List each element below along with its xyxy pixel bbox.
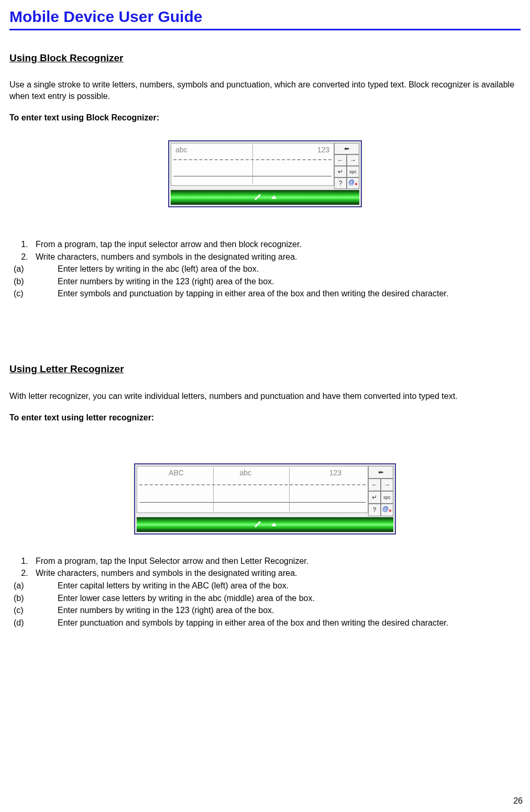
input-mode-bar[interactable] [171,190,359,205]
arrow-right-icon: → [350,156,356,164]
enter-icon: ↵ [372,493,377,502]
list-item: (a)Enter letters by writing in the abc (… [36,263,521,275]
letter-recognizer-substeps: (a)Enter capital letters by writing in t… [36,580,521,628]
list-item: (b)Enter numbers by writing in the 123 (… [36,276,521,287]
side-buttons: ⬅ ← → ↵ spc ? @+ [334,143,359,189]
list-item: (c)Enter symbols and punctuation by tapp… [36,288,521,299]
page-title: Mobile Device User Guide [9,6,521,28]
enter-button[interactable]: ↵ [334,166,347,177]
step-1-text: From a program, tap the input selector a… [36,240,302,249]
substep-d-text: Enter punctuation and symbols by tapping… [58,618,448,627]
right-button[interactable]: → [347,154,359,166]
baseline [139,502,366,503]
space-button[interactable]: spc [381,491,393,504]
step-2-text: Write characters, numbers and symbols in… [36,252,297,261]
block-recognizer-steps: From a program, tap the input selector a… [9,239,521,299]
question-icon: ? [339,179,343,187]
writing-area[interactable]: abc 123 [171,143,334,186]
arrow-up-icon [271,195,277,199]
backspace-button[interactable]: ⬅ [334,143,359,154]
arrow-up-icon [271,522,277,526]
backspace-icon: ⬅ [378,468,383,476]
marker-a: (a) [36,263,49,275]
letter-recognizer-panel: ABC abc 123 ⬅ ← → ↵ spc ? @+ [134,463,396,535]
backspace-icon: ⬅ [344,144,349,153]
substep-a-text: Enter capital letters by writing in the … [58,581,289,590]
letter-recognizer-steps: From a program, tap the Input Selector a… [9,555,521,629]
pen-icon [253,193,262,202]
symbols-button[interactable]: @+ [381,504,393,516]
help-button[interactable]: ? [368,504,381,516]
step-2-text: Write characters, numbers and symbols in… [36,569,297,577]
space-label: spc [383,494,391,500]
divider-1 [213,468,214,511]
title-divider [9,29,521,30]
list-item: From a program, tap the Input Selector a… [30,555,521,567]
123-label: 123 [329,468,341,478]
capital-abc-label: ABC [169,468,184,478]
list-item: (b)Enter lower case letters by writing i… [36,593,521,604]
123-label: 123 [317,145,329,155]
marker-b: (b) [36,593,49,604]
pen-icon [253,520,262,529]
question-icon: ? [373,506,377,514]
letter-recognizer-intro: With letter recognizer, you can write in… [9,391,521,402]
left-button[interactable]: ← [368,479,381,491]
help-button[interactable]: ? [334,177,347,189]
list-item: (d)Enter punctuation and symbols by tapp… [36,617,521,629]
list-item: Write characters, numbers and symbols in… [30,568,521,628]
marker-b: (b) [36,276,49,287]
spacer [9,440,521,463]
marker-a: (a) [36,580,49,592]
substep-b-text: Enter lower case letters by writing in t… [58,594,315,603]
letter-recognizer-panel-wrap: ABC abc 123 ⬅ ← → ↵ spc ? @+ [9,463,521,535]
block-recognizer-substeps: (a)Enter letters by writing in the abc (… [36,263,521,299]
enter-button[interactable]: ↵ [368,491,381,504]
block-recognizer-intro: Use a single stroke to write letters, nu… [9,79,521,102]
symbols-button[interactable]: @+ [347,177,359,189]
list-item: (c)Enter numbers by writing in the 123 (… [36,605,521,616]
list-item: Write characters, numbers and symbols in… [30,251,521,299]
space-button[interactable]: spc [347,166,359,177]
block-recognizer-enter-label: To enter text using Block Recognizer: [9,112,521,124]
block-recognizer-panel-wrap: abc 123 ⬅ ← → ↵ spc ? @+ [9,140,521,207]
spacer [9,310,521,362]
arrow-right-icon: → [384,481,390,489]
arrow-left-icon: ← [337,156,344,164]
left-button[interactable]: ← [334,154,347,166]
section-heading-block-recognizer: Using Block Recognizer [9,51,521,65]
dash-line [139,484,366,485]
list-item: (a)Enter capital letters by writing in t… [36,580,521,592]
divider-2 [289,468,290,511]
at-icon: @+ [348,178,358,188]
list-item: From a program, tap the input selector a… [30,239,521,250]
space-label: spc [349,169,357,175]
center-divider [252,144,253,184]
marker-d: (d) [36,617,49,629]
substep-a-text: Enter letters by writing in the abc (lef… [58,264,259,273]
block-recognizer-panel: abc 123 ⬅ ← → ↵ spc ? @+ [168,140,362,207]
substep-c-text: Enter symbols and punctuation by tapping… [58,289,448,298]
input-mode-bar[interactable] [137,517,393,532]
lower-abc-label: abc [240,468,252,478]
enter-icon: ↵ [338,168,343,176]
side-buttons: ⬅ ← → ↵ spc ? @+ [368,466,393,516]
step-1-text: From a program, tap the Input Selector a… [36,557,308,565]
marker-c: (c) [36,605,49,616]
marker-c: (c) [36,288,49,299]
section-heading-letter-recognizer: Using Letter Recognizer [9,362,521,376]
abc-label: abc [175,145,187,155]
input-row: abc 123 ⬅ ← → ↵ spc ? @+ [171,143,359,189]
letter-recognizer-enter-label: To enter text using letter recognizer: [9,412,521,424]
at-icon: @+ [382,505,392,515]
input-row: ABC abc 123 ⬅ ← → ↵ spc ? @+ [137,466,393,516]
backspace-button[interactable]: ⬅ [368,466,393,479]
substep-b-text: Enter numbers by writing in the 123 (rig… [58,277,274,286]
right-button[interactable]: → [381,479,393,491]
arrow-left-icon: ← [371,481,378,489]
writing-area[interactable]: ABC abc 123 [137,466,368,513]
substep-c-text: Enter numbers by writing in the 123 (rig… [58,606,274,615]
